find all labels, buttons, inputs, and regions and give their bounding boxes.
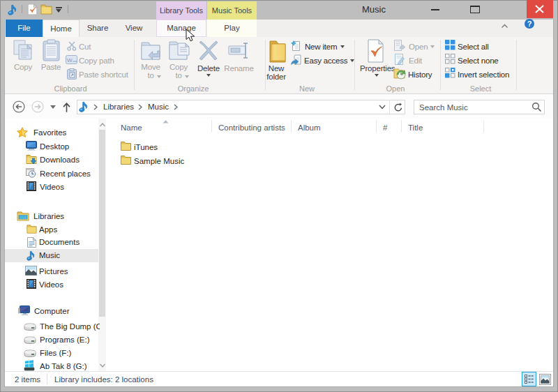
svg-text:W: W [67, 57, 73, 63]
